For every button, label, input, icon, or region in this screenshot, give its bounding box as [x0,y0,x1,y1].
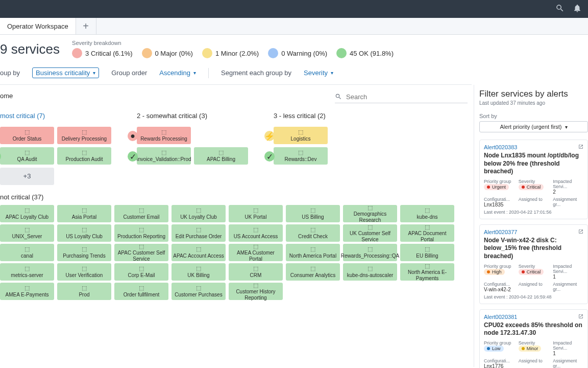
segment-label: Segment each group by [221,69,291,77]
search-box[interactable] [335,91,468,103]
service-card[interactable]: ⬚Demographics Research [343,205,397,222]
service-card[interactable]: ⬚Production Audit [57,147,111,165]
service-card[interactable]: ⬚Credit Check [286,224,340,242]
alert-title: CPU02 exceeds 85% threshold on node 172.… [484,321,583,337]
group-less-critical[interactable]: 3 - less critical (2) [274,112,328,120]
service-card[interactable]: ⬚Customer Purchases [172,283,226,300]
group-most-critical[interactable]: most critical (7) [0,112,111,120]
service-card[interactable]: ⬚kube-dns [400,205,454,222]
service-card[interactable]: ⬚UK Loyalty Club [172,205,226,222]
service-card[interactable]: ⬚Rewards::Dev [274,147,328,165]
sortby-dropdown[interactable]: Alert priority (urgent first) [479,121,588,132]
service-card[interactable]: ⬚Customer Email [114,205,168,222]
severity-breakdown-row: 3 Critical (6.1%)0 Major (0%)1 Minor (2.… [72,48,394,58]
service-card[interactable]: ⬚Rewards Processing [137,127,191,144]
severity-item[interactable]: 45 OK (91.8%) [336,48,394,58]
alert-last-event: Last event : 2020-04-22 16:59:48 [484,294,583,300]
group-not-critical[interactable]: not critical (37) [0,193,468,201]
tab-bar: Operator Workspace + [0,18,588,35]
service-card[interactable]: ⬚Order Status [0,127,54,144]
page-header: 9 services Severity breakdown 3 Critical… [0,35,588,63]
service-card[interactable]: ⬚US Billing [286,205,340,222]
alert-last-event: Last event : 2020-04-22 17:01:56 [484,210,583,215]
grouporder-label: Group order [111,69,147,77]
alert-id[interactable]: Alert0020381 [484,314,517,320]
alert-card[interactable]: Alert0020383 Node Lnx1835 mount /opt/db/… [479,140,588,219]
filter-updated: Last updated 37 minutes ago [479,100,588,106]
service-card[interactable]: ⬚Logistics [274,127,328,144]
service-card[interactable]: ⬚User Verification [57,263,111,281]
service-card[interactable]: ⬚kube-dns-autoscaler [343,263,397,281]
divider [208,68,209,78]
ok-icon: ✓ [264,151,275,162]
service-card[interactable]: ⬚metrics-server [0,263,54,281]
alert-id[interactable]: Alert0020383 [484,144,517,150]
service-card[interactable]: ⬚North America Portal [286,244,340,261]
filter-title: Filter services by alerts [479,89,588,99]
page-title: 9 services [0,41,60,57]
severity-item[interactable]: 3 Critical (6.1%) [72,48,132,58]
top-app-bar [0,0,588,18]
service-card[interactable]: ⬚UK Customer Self Service [343,224,397,242]
service-card[interactable]: ⬚Production Reporting [114,224,168,242]
open-external-icon[interactable] [578,314,583,320]
severity-item[interactable]: 0 Major (0%) [142,48,193,58]
service-card[interactable]: ⬚Rewards_Processing::QA [343,244,397,261]
service-card[interactable]: ⬚Invoice_Validation::Prod [137,147,191,165]
filter-panel: Filter services by alerts Last updated 3… [474,85,588,367]
segment-dropdown[interactable]: Severity [304,69,333,77]
service-card[interactable]: ⬚US Loyalty Club [57,224,111,242]
service-card[interactable]: ⬚Edit Purchase Order [172,224,226,242]
service-card[interactable]: ⬚Delivery Processing [57,127,111,144]
severity-item[interactable]: 1 Minor (2.0%) [202,48,259,58]
service-card[interactable]: ⬚Customer History Reporting [229,283,283,300]
bell-icon[interactable] [573,4,582,15]
alerts-list: Alert0020383 Node Lnx1835 mount /opt/db/… [479,140,588,368]
ok-icon: ✓ [128,151,138,162]
add-tab-button[interactable]: + [76,18,96,34]
service-card[interactable]: ⬚US Account Access [229,224,283,242]
search-input[interactable] [346,93,468,101]
service-card[interactable]: ⬚Consumer Analytics [286,263,340,281]
section-ome: ome [0,92,13,100]
controls-bar: oup by Business criticality Group order … [0,63,472,85]
service-card[interactable]: ⬚EU Billing [400,244,454,261]
service-card[interactable]: ⬚APAC Customer Self Service [114,244,168,261]
alert-card[interactable]: Alert0020381 CPU02 exceeds 85% threshold… [479,309,588,368]
more-card[interactable]: +3 [0,168,54,185]
service-card[interactable]: ⬚North America E-Payments [400,263,454,281]
alert-card[interactable]: Alert0020377 Node V-win-x42-2 disk C: be… [479,224,588,304]
service-card[interactable]: ⬚APAC Billing [194,147,248,165]
service-card[interactable]: ⬚CRM [229,263,283,281]
service-card[interactable]: ⬚canal [0,244,54,261]
not-critical-grid: ✓ ⬚APAC Loyalty Club⬚Asia Portal⬚Custome… [0,205,459,300]
services-panel: ome most critical (7) ●⬚Order Status⬚Del… [0,85,474,367]
search-icon[interactable] [555,4,565,15]
groupby-dropdown[interactable]: Business criticality [32,67,99,78]
open-external-icon[interactable] [578,144,583,150]
service-card[interactable]: ⬚AMEA Customer Portal [229,244,283,261]
service-card[interactable]: ⬚UNIX_Server [0,224,54,242]
service-card[interactable]: ⬚Purchasing Trends [57,244,111,261]
service-card[interactable]: ⬚QA Audit [0,147,54,165]
service-card[interactable]: ⬚Corp E-Mail [114,263,168,281]
alert-id[interactable]: Alert0020377 [484,229,517,235]
service-card[interactable]: ⬚Asia Portal [57,205,111,222]
open-external-icon[interactable] [578,229,583,235]
severity-breakdown-label: Severity breakdown [72,40,394,46]
service-card[interactable]: ⬚AMEA E-Payments [0,283,54,300]
service-card[interactable]: ⬚APAC Document Portal [400,224,454,242]
tab-label: Operator Workspace [7,22,68,30]
service-card[interactable]: ⬚APAC Loyalty Club [0,205,54,222]
tab-operator-workspace[interactable]: Operator Workspace [0,18,76,34]
service-card[interactable]: ⬚Prod [57,283,111,300]
service-card[interactable]: ⬚UK Portal [229,205,283,222]
service-card[interactable]: ⬚Order fullfilment [114,283,168,300]
severity-item[interactable]: 0 Warning (0%) [268,48,327,58]
groupby-label: oup by [0,69,20,77]
grouporder-dropdown[interactable]: Ascending [159,69,196,77]
service-card[interactable]: ⬚UK Billing [172,263,226,281]
critical-icon: ● [128,131,138,141]
group-somewhat-critical[interactable]: 2 - somewhat critical (3) [137,112,248,120]
service-card[interactable]: ⬚APAC Account Access [172,244,226,261]
